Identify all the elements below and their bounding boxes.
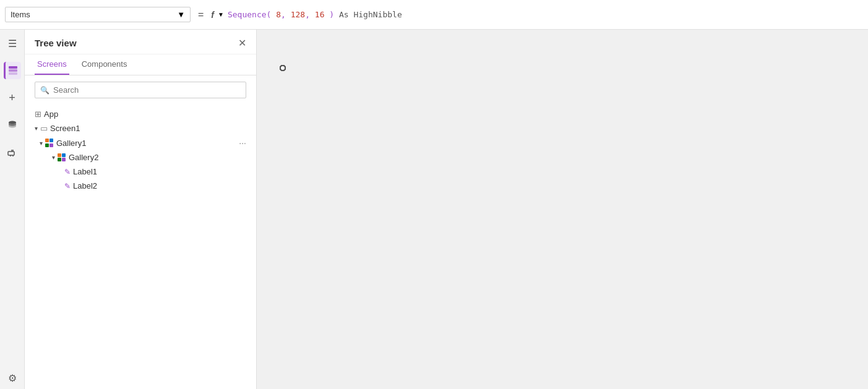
icon-strip: ☰ + ⚙ [0, 30, 25, 389]
gallery1-label: Gallery1 [56, 139, 86, 148]
formula-text: Sequence( 8, 128, 16 ) As HighNibble [228, 10, 402, 19]
collapse-icon-gallery1: ▾ [40, 140, 43, 147]
plugin-icon[interactable] [4, 143, 21, 161]
handle-bot-right[interactable] [280, 65, 286, 71]
gallery1-icon [45, 139, 54, 147]
tree-item-label1[interactable]: ✎ Label1 [25, 165, 256, 179]
app-icon: ⊞ [35, 109, 41, 119]
tab-components[interactable]: Components [79, 54, 130, 75]
formula-bar: f ▼ Sequence( 8, 128, 16 ) As HighNibble [211, 10, 863, 20]
hamburger-icon[interactable]: ☰ [4, 35, 21, 52]
fx-icon: f [211, 10, 214, 20]
tree-tabs: Screens Components [25, 54, 256, 75]
gallery2-icon [58, 153, 66, 162]
main-layout: ☰ + ⚙ Tree view ✕ Screens Components 🔍 [0, 30, 868, 389]
settings-icon[interactable]: ⚙ [4, 372, 21, 389]
label1-icon: ✎ [64, 168, 71, 176]
tree-item-gallery2[interactable]: ▾ Gallery2 [25, 150, 256, 165]
search-box: 🔍 [35, 82, 246, 98]
chevron-down-icon-formula[interactable]: ▼ [218, 11, 224, 18]
screen-icon: ▭ [40, 124, 48, 133]
top-bar: Items ▼ = f ▼ Sequence( 8, 128, 16 ) As … [0, 0, 868, 30]
chevron-down-icon: ▼ [177, 10, 185, 19]
svg-rect-4 [8, 152, 14, 155]
items-dropdown[interactable]: Items ▼ [5, 7, 191, 22]
label1-label: Label1 [73, 167, 97, 176]
tree-item-app[interactable]: ⊞ App [25, 107, 256, 121]
add-icon[interactable]: + [4, 89, 21, 106]
svg-rect-2 [9, 72, 17, 75]
tree-item-screen1[interactable]: ▾ ▭ Screen1 [25, 121, 256, 135]
table-container [281, 67, 284, 69]
database-icon[interactable] [4, 116, 21, 134]
items-dropdown-label: Items [11, 10, 30, 19]
label2-icon: ✎ [64, 182, 71, 190]
more-button-gallery1[interactable]: ··· [239, 138, 246, 148]
search-icon: 🔍 [40, 86, 49, 95]
tree-panel: Tree view ✕ Screens Components 🔍 ⊞ App ▾… [25, 30, 257, 389]
gallery2-label: Gallery2 [69, 153, 98, 162]
search-input[interactable] [53, 85, 241, 95]
svg-rect-0 [9, 66, 17, 69]
tree-item-gallery1[interactable]: ▾ Gallery1 ··· [25, 135, 256, 150]
tree-view-title: Tree view [35, 38, 77, 48]
label2-label: Label2 [73, 181, 97, 190]
equals-sign: = [196, 9, 206, 20]
app-label: App [44, 109, 58, 119]
screen1-label: Screen1 [50, 124, 80, 133]
tree-content: ⊞ App ▾ ▭ Screen1 ▾ Gallery1 ··· [25, 105, 256, 389]
collapse-icon: ▾ [35, 125, 38, 132]
canvas-area [257, 30, 868, 389]
collapse-icon-gallery2: ▾ [52, 154, 55, 161]
tree-item-label2[interactable]: ✎ Label2 [25, 179, 256, 193]
svg-rect-1 [9, 69, 17, 72]
tab-screens[interactable]: Screens [35, 54, 69, 75]
tree-header: Tree view ✕ [25, 30, 256, 54]
close-button[interactable]: ✕ [238, 37, 246, 49]
layers-icon[interactable] [4, 62, 21, 79]
